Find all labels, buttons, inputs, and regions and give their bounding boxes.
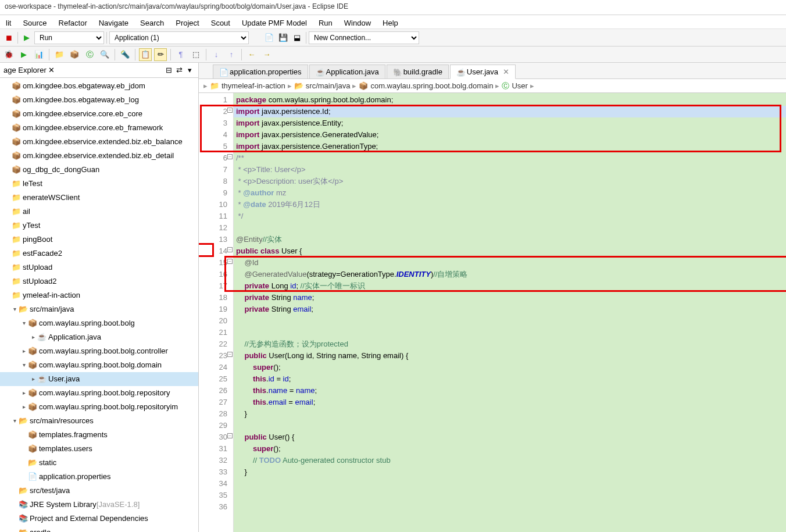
tree-item[interactable]: 📁yTest (0, 219, 198, 233)
menu-source[interactable]: Source (17, 16, 52, 27)
forward-icon[interactable]: → (260, 48, 273, 61)
view-menu-icon[interactable]: ▾ (184, 65, 195, 76)
fold-icon[interactable]: − (227, 247, 233, 252)
mark-occurrences-icon[interactable]: ✏ (154, 48, 167, 61)
block-selection-icon[interactable]: ⬚ (190, 48, 202, 61)
tab-build-gradle[interactable]: 🐘build.gradle (387, 65, 449, 78)
expand-icon[interactable]: ▸ (29, 373, 37, 385)
menu-navigate[interactable]: Navigate (93, 16, 134, 27)
next-annotation-icon[interactable]: ↓ (210, 48, 223, 61)
tree-item[interactable]: 📦templates.users (0, 442, 198, 456)
tree-item[interactable]: 📁stUpload2 (0, 274, 198, 288)
explorer-tree[interactable]: 📦om.kingdee.bos.ebgateway.eb_jdom📦om.kin… (0, 78, 198, 532)
tree-item[interactable]: 📁estFacade2 (0, 247, 198, 260)
tree-item[interactable]: 📦om.kingdee.bos.ebgateway.eb_log (0, 93, 198, 107)
expand-icon[interactable]: ▸ (29, 331, 37, 344)
tree-item[interactable]: 📦om.kingdee.ebservice.core.eb_core (0, 107, 198, 121)
tree-item[interactable]: ▸📦com.waylau.spring.boot.bolg.repository… (0, 400, 198, 414)
expand-icon[interactable]: ▾ (20, 317, 28, 330)
fold-icon[interactable]: − (227, 259, 233, 264)
tree-item[interactable]: 📚Project and External Dependencies (0, 512, 198, 526)
expand-icon[interactable]: ▸ (20, 401, 28, 413)
file-icon: ☕ (316, 68, 324, 76)
menu-update-pmf-model[interactable]: Update PMF Model (236, 16, 313, 27)
show-whitespace-icon[interactable]: ¶ (174, 48, 187, 61)
expand-icon[interactable]: ▾ (20, 359, 28, 372)
tree-item[interactable]: 📁enerateWSClient (0, 191, 198, 205)
tree-item[interactable]: ▸☕Application.java (0, 330, 198, 344)
fold-icon[interactable]: − (227, 154, 233, 159)
menu-lit[interactable]: lit (0, 16, 17, 27)
tree-item[interactable]: 📂aradle (0, 526, 198, 532)
run-icon[interactable]: ▶ (17, 48, 30, 61)
new-package-icon[interactable]: 📦 (68, 48, 81, 61)
fold-icon[interactable]: − (227, 433, 233, 438)
search-icon[interactable]: 🔦 (119, 48, 131, 61)
srcfolder-icon: 📂 (19, 415, 28, 427)
tree-item[interactable]: ▾📂src/main/resources (0, 414, 198, 428)
toggle-breadcrumb-icon[interactable]: 📋 (139, 48, 152, 61)
back-icon[interactable]: ← (245, 48, 258, 61)
fold-icon[interactable]: − (227, 352, 233, 357)
tree-item[interactable]: 📂static (0, 456, 198, 470)
close-icon[interactable]: ✕ (503, 67, 509, 76)
coverage-icon[interactable]: 📊 (33, 48, 45, 61)
menu-run[interactable]: Run (313, 16, 338, 27)
tree-item[interactable]: ▾📦com.waylau.spring.boot.bolg (0, 316, 198, 330)
new-project-icon[interactable]: 📁 (53, 48, 66, 61)
tree-item[interactable]: ▸📦com.waylau.spring.boot.bolg.repository (0, 386, 198, 400)
connection-select[interactable]: New Connection... (309, 31, 419, 44)
application-select[interactable]: Application (1) (109, 31, 249, 44)
prev-annotation-icon[interactable]: ↑ (225, 48, 238, 61)
tree-item[interactable]: 📦om.kingdee.bos.ebgateway.eb_jdom (0, 79, 198, 93)
fold-icon[interactable]: + (227, 108, 233, 113)
code-editor[interactable]: 1234567891011121314151617181920212223242… (199, 93, 786, 532)
tree-item[interactable]: ▾📦com.waylau.spring.boot.bolg.domain (0, 358, 198, 372)
tree-item[interactable]: 📁leTest (0, 177, 198, 191)
tree-item[interactable]: ▾📂src/main/java (0, 302, 198, 316)
new-class-icon[interactable]: Ⓒ (83, 48, 96, 61)
tree-item[interactable]: 📁stUpload (0, 260, 198, 274)
tree-item[interactable]: 📁ymeleaf-in-action (0, 288, 198, 302)
new-button[interactable]: 📄 (263, 31, 276, 44)
menu-scout[interactable]: Scout (205, 16, 236, 27)
save-button[interactable]: 💾 (277, 31, 290, 44)
pkg-icon: 📦 (12, 163, 21, 176)
tree-item[interactable]: 📦om.kingdee.ebservice.extended.biz.eb_ba… (0, 135, 198, 149)
tree-item[interactable]: 📚JRE System Library [JavaSE-1.8] (0, 498, 198, 512)
expand-icon[interactable]: ▾ (10, 415, 19, 427)
expand-icon[interactable]: ▾ (10, 303, 19, 316)
menu-project[interactable]: Project (170, 16, 205, 27)
menu-window[interactable]: Window (338, 16, 377, 27)
tree-item[interactable]: ▸☕User.java (0, 372, 198, 386)
tree-item[interactable]: 📦templates.fragments (0, 428, 198, 442)
tree-item[interactable]: 📁pingBoot (0, 233, 198, 247)
menu-help[interactable]: Help (377, 16, 404, 27)
menu-refactor[interactable]: Refactor (53, 16, 93, 27)
link-editor-icon[interactable]: ⇄ (174, 65, 184, 76)
tab-Application-java[interactable]: ☕Application.java (309, 65, 385, 78)
pkg-icon: 📦 (12, 135, 21, 148)
code-content[interactable]: package com.waylau.spring.boot.bolg.doma… (234, 93, 786, 532)
tree-item[interactable]: 📄application.properties (0, 470, 198, 484)
tree-item[interactable]: ▸📦com.waylau.spring.boot.bolg.controller (0, 344, 198, 358)
expand-icon[interactable]: ▸ (20, 345, 28, 358)
tree-item[interactable]: 📦om.kingdee.ebservice.extended.biz.eb_de… (0, 149, 198, 163)
menu-search[interactable]: Search (134, 16, 170, 27)
stop-button[interactable]: ◼ (2, 31, 15, 44)
breadcrumb[interactable]: ▸ 📁thymeleaf-in-action ▸ 📂src/main/java … (199, 79, 786, 93)
tree-item[interactable]: 📦om.kingdee.ebservice.core.eb_framework (0, 121, 198, 135)
expand-icon[interactable]: ▸ (20, 387, 28, 399)
toggle-button[interactable]: ⬓ (291, 31, 303, 44)
open-type-icon[interactable]: 🔍 (98, 48, 111, 61)
run-button[interactable]: ▶ (20, 31, 33, 44)
tree-item[interactable]: 📂src/test/java (0, 484, 198, 498)
folder-icon: 📁 (12, 191, 21, 204)
tab-application-properties[interactable]: 📄application.properties (213, 65, 308, 78)
tree-item[interactable]: 📦og_dbg_dc_dongGuan (0, 163, 198, 177)
collapse-all-icon[interactable]: ⊟ (163, 65, 174, 76)
run-config-select[interactable]: Run (34, 31, 104, 44)
debug-icon[interactable]: 🐞 (2, 48, 15, 61)
tab-User-java[interactable]: ☕User.java✕ (450, 65, 516, 79)
tree-item[interactable]: 📁ail (0, 205, 198, 219)
